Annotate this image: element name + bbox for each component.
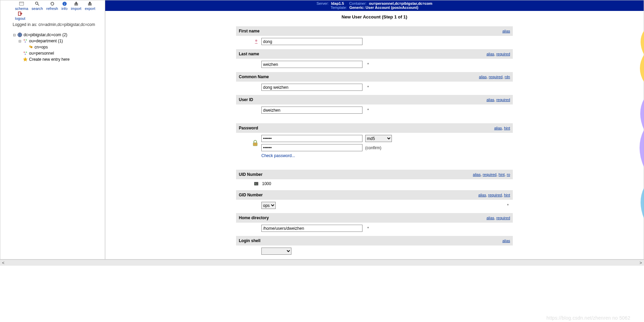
logged-in-text: Logged in as: cn=admin,dc=pibigstar,dc=c… xyxy=(2,21,103,29)
svg-point-12 xyxy=(25,41,26,43)
import-label: import xyxy=(71,6,82,11)
confirm-label: (confirm) xyxy=(365,145,381,150)
tree-create-new[interactable]: Create new entry here xyxy=(18,56,103,62)
required-mark: * xyxy=(507,203,509,208)
terminal-icon: >_ xyxy=(254,181,259,186)
svg-point-16 xyxy=(26,52,27,53)
tag-alias[interactable]: alias xyxy=(502,29,510,33)
form-title: New User Account (Step 1 of 1) xyxy=(236,14,513,19)
tree-root[interactable]: ⊟ dc=pibigstar,dc=com (2) xyxy=(13,32,103,38)
server-label: Server: xyxy=(316,1,328,5)
first-name-input[interactable] xyxy=(261,38,362,45)
tree-department[interactable]: ⊟ ou=department (1) xyxy=(18,38,103,44)
toolbar: schema search refresh i info import expo… xyxy=(2,1,103,21)
schema-icon xyxy=(19,1,24,6)
form-wrap: New User Account (Step 1 of 1) First nam… xyxy=(236,14,513,259)
tag-alias[interactable]: alias xyxy=(502,239,510,243)
first-name-header: First name alias xyxy=(236,26,513,36)
tree-ops[interactable]: cn=ops xyxy=(24,44,103,50)
tree-root-label: dc=pibigstar,dc=com (2) xyxy=(24,32,67,37)
lock-icon xyxy=(252,140,259,146)
main-content: Server: ldap1.5 Container: ou=personnel,… xyxy=(105,0,644,259)
svg-point-14 xyxy=(30,46,32,48)
gid-number-label: GID Number xyxy=(239,193,263,197)
tag-alias[interactable]: alias xyxy=(494,126,502,130)
home-dir-label: Home directory xyxy=(239,215,269,220)
common-name-input[interactable] xyxy=(261,84,362,91)
login-shell-header: Login shell alias xyxy=(236,236,513,246)
home-dir-input[interactable] xyxy=(261,225,362,232)
search-button[interactable]: search xyxy=(30,1,45,11)
tag-ro[interactable]: ro xyxy=(507,172,510,177)
export-button[interactable]: export xyxy=(83,1,97,11)
tag-required[interactable]: required xyxy=(496,216,510,220)
tree-personnel-label: ou=personnel xyxy=(29,51,54,56)
tag-hint[interactable]: hint xyxy=(498,172,505,177)
scroll-left-icon[interactable]: < xyxy=(2,261,4,265)
tag-required[interactable]: required xyxy=(496,52,510,56)
info-button[interactable]: i info xyxy=(60,1,69,11)
tag-required[interactable]: required xyxy=(496,98,510,102)
tag-alias[interactable]: alias xyxy=(473,172,481,177)
tag-rdn[interactable]: rdn xyxy=(505,75,510,79)
user-id-header: User ID alias, required xyxy=(236,95,513,104)
org-unit-icon xyxy=(23,51,28,56)
org-unit-icon xyxy=(23,39,28,43)
required-mark: * xyxy=(367,62,369,67)
svg-point-15 xyxy=(24,52,25,53)
logout-button[interactable]: logout xyxy=(13,11,27,21)
password-input[interactable] xyxy=(261,135,362,142)
password-hash-select[interactable]: md5 xyxy=(365,135,392,142)
svg-point-2 xyxy=(36,2,38,4)
login-shell-select[interactable] xyxy=(261,248,291,255)
tag-required[interactable]: required xyxy=(488,193,502,197)
import-button[interactable]: import xyxy=(69,1,83,11)
last-name-header: Last name alias, required xyxy=(236,49,513,59)
tag-alias[interactable]: alias xyxy=(478,193,486,197)
uid-number-header: UID Number alias, required, hint, ro xyxy=(236,170,513,179)
svg-rect-0 xyxy=(19,2,24,5)
template-value: Generic: User Account (posixAccount) xyxy=(349,5,418,10)
svg-line-3 xyxy=(38,4,39,5)
star-icon xyxy=(23,57,28,62)
logout-label: logout xyxy=(15,16,25,20)
template-label: Template: xyxy=(331,5,347,10)
gid-select[interactable]: ops xyxy=(261,202,276,209)
uid-number-value: 1000 xyxy=(261,181,271,186)
info-icon: i xyxy=(62,1,67,6)
password-confirm-input[interactable] xyxy=(261,144,362,151)
tag-alias[interactable]: alias xyxy=(479,75,487,79)
check-password-link[interactable]: Check password... xyxy=(261,153,295,158)
tag-required[interactable]: required xyxy=(483,172,496,177)
container-label: Container: xyxy=(349,1,367,5)
logout-icon xyxy=(17,11,23,16)
collapse-icon[interactable]: ⊟ xyxy=(18,39,22,43)
required-mark: * xyxy=(367,226,369,231)
svg-text:>_: >_ xyxy=(255,183,258,185)
user-id-input[interactable] xyxy=(261,107,362,114)
refresh-icon xyxy=(50,1,55,6)
collapse-icon[interactable]: ⊟ xyxy=(13,33,16,37)
tree-create-label: Create new entry here xyxy=(29,57,70,62)
tag-alias[interactable]: alias xyxy=(487,52,494,56)
password-header: Password alias, hint xyxy=(236,123,513,133)
container-value: ou=personnel,dc=pibigstar,dc=com xyxy=(369,1,433,5)
schema-button[interactable]: schema xyxy=(13,1,30,11)
tag-hint[interactable]: hint xyxy=(504,126,510,130)
server-value: ldap1.5 xyxy=(331,1,344,5)
svg-rect-19 xyxy=(253,143,257,146)
search-icon xyxy=(35,1,40,6)
group-icon xyxy=(28,45,33,50)
search-label: search xyxy=(32,6,43,11)
tag-alias[interactable]: alias xyxy=(487,216,494,220)
tag-required[interactable]: required xyxy=(489,75,503,79)
refresh-button[interactable]: refresh xyxy=(45,1,60,11)
horizontal-scrollbar[interactable]: < > xyxy=(0,260,644,266)
tag-hint[interactable]: hint xyxy=(504,193,510,197)
tag-alias[interactable]: alias xyxy=(487,98,494,102)
scroll-right-icon[interactable]: > xyxy=(640,261,642,265)
tree-department-label: ou=department (1) xyxy=(29,39,63,43)
last-name-input[interactable] xyxy=(261,61,362,68)
tree-personnel[interactable]: ou=personnel xyxy=(18,50,103,56)
schema-label: schema xyxy=(15,6,28,11)
